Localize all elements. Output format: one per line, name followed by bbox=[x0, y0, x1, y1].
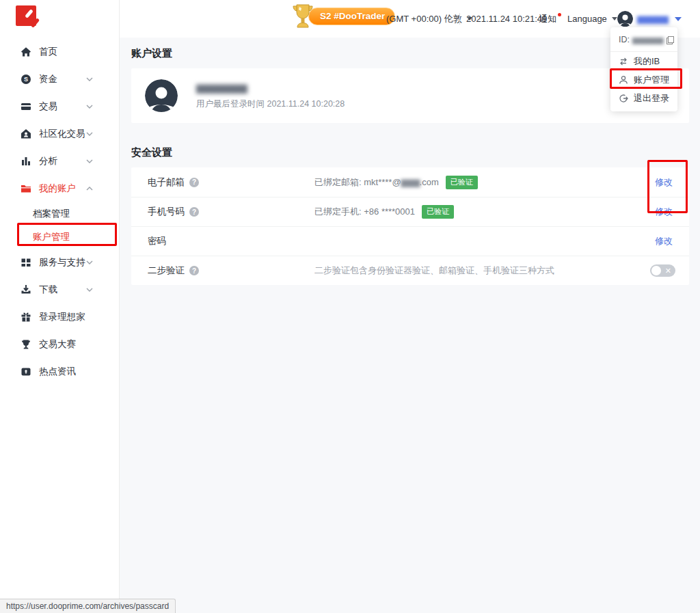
toggle-off-x-icon: ✕ bbox=[665, 265, 671, 276]
password-label: 密码 bbox=[148, 235, 166, 247]
user-id-masked: ▆▆▆▆▆▆ bbox=[632, 36, 663, 44]
sidebar-item-label: 登录理想家 bbox=[39, 311, 85, 323]
user-avatar[interactable] bbox=[617, 11, 633, 27]
security-card: 电子邮箱 ? 已绑定邮箱: mkt****@ ▆▆▆ .com 已验证 修改 手… bbox=[131, 167, 689, 285]
sidebar-item-community-trade[interactable]: 社区化交易 bbox=[0, 120, 119, 148]
logout-icon bbox=[619, 94, 628, 103]
gold-trophy-icon bbox=[291, 3, 315, 30]
news-pin-icon bbox=[21, 366, 31, 377]
email-value-suffix: .com bbox=[420, 177, 439, 187]
email-modify-link[interactable]: 修改 bbox=[655, 176, 673, 189]
phone-modify-link[interactable]: 修改 bbox=[655, 206, 673, 218]
sidebar-item-label: 服务与支持 bbox=[39, 256, 85, 269]
last-login-time: 用户最后登录时间 2021.11.24 10:20:28 bbox=[196, 98, 345, 110]
phone-label: 手机号码 bbox=[148, 206, 185, 218]
help-icon[interactable]: ? bbox=[189, 178, 199, 187]
chevron-down-icon bbox=[86, 260, 93, 264]
sidebar-item-label: 账户管理 bbox=[33, 231, 70, 243]
password-modify-link[interactable]: 修改 bbox=[655, 235, 673, 247]
password-label-wrap: 密码 bbox=[148, 235, 314, 247]
chevron-down-icon bbox=[86, 132, 93, 136]
link-preview-url: https://user.dooprime.com/archives/passc… bbox=[6, 601, 169, 611]
sidebar-item-label: 我的账户 bbox=[39, 182, 76, 195]
notifications-label: 通知 bbox=[539, 13, 556, 25]
menu-item-my-ib[interactable]: 我的IB bbox=[610, 52, 677, 70]
menu-item-logout[interactable]: 退出登录 bbox=[610, 89, 677, 107]
sidebar-item-my-account[interactable]: 我的账户 bbox=[0, 175, 119, 202]
sidebar-item-label: 档案管理 bbox=[33, 208, 70, 220]
svg-text:S: S bbox=[24, 76, 28, 83]
notifications-button[interactable]: 通知 bbox=[539, 0, 560, 38]
profile-name-masked: ▆▆▆▆▆▆▆ bbox=[196, 81, 345, 94]
phone-value: 已绑定手机: +86 ****0001 已验证 bbox=[314, 205, 454, 219]
email-value: 已绑定邮箱: mkt****@ ▆▆▆ .com 已验证 bbox=[314, 176, 478, 189]
contest-badge[interactable]: S2 #DooTrader bbox=[291, 3, 395, 30]
sidebar-item-trade[interactable]: 交易 bbox=[0, 93, 119, 120]
trophy-icon bbox=[21, 339, 31, 350]
bar-chart-icon bbox=[21, 156, 31, 167]
sidebar-nav: 首页 S 资金 交易 社区化交易 分析 bbox=[0, 38, 119, 385]
user-id-row: ID: ▆▆▆▆▆▆ bbox=[610, 27, 677, 52]
profile-card: ▆▆▆▆▆▆▆ 用户最后登录时间 2021.11.24 10:20:28 bbox=[131, 68, 689, 123]
sidebar-item-label: 热点资讯 bbox=[39, 366, 76, 378]
account-settings-title: 账户设置 bbox=[131, 47, 689, 60]
sidebar-item-label: 资金 bbox=[39, 73, 57, 85]
help-icon[interactable]: ? bbox=[189, 207, 199, 217]
gift-icon bbox=[21, 312, 31, 323]
browser-link-preview: https://user.dooprime.com/archives/passc… bbox=[0, 599, 176, 613]
profile-avatar bbox=[145, 79, 178, 112]
sidebar-item-services-support[interactable]: 服务与支持 bbox=[0, 249, 119, 276]
sidebar-item-label: 交易大赛 bbox=[39, 338, 76, 351]
email-domain-masked: ▆▆▆ bbox=[401, 177, 420, 187]
verified-badge: 已验证 bbox=[446, 176, 478, 189]
chevron-up-icon bbox=[86, 187, 93, 191]
help-icon[interactable]: ? bbox=[189, 266, 199, 275]
dooprime-logo[interactable] bbox=[16, 5, 44, 33]
security-row-email: 电子邮箱 ? 已绑定邮箱: mkt****@ ▆▆▆ .com 已验证 修改 bbox=[131, 167, 689, 197]
sidebar-item-label: 社区化交易 bbox=[39, 128, 85, 140]
sidebar-item-analysis[interactable]: 分析 bbox=[0, 148, 119, 175]
sidebar-item-hot-news[interactable]: 热点资讯 bbox=[0, 358, 119, 385]
verified-badge: 已验证 bbox=[422, 205, 454, 219]
twofa-toggle[interactable]: ✕ bbox=[650, 264, 675, 277]
twofa-label-wrap: 二步验证 ? bbox=[148, 264, 314, 277]
swap-arrows-icon bbox=[619, 57, 628, 66]
contest-badge-label: S2 #DooTrader bbox=[308, 8, 395, 25]
sidebar-item-label: 下载 bbox=[39, 284, 57, 296]
user-dropdown-menu: ID: ▆▆▆▆▆▆ 我的IB 账户管理 退出登录 bbox=[610, 27, 677, 111]
sidebar-item-label: 交易 bbox=[39, 100, 57, 113]
community-home-icon bbox=[21, 128, 31, 139]
language-label: Language bbox=[567, 14, 607, 24]
sidebar-item-archives[interactable]: 档案管理 bbox=[0, 202, 119, 226]
security-row-2fa: 二步验证 ? 二步验证包含身份验证器验证、邮箱验证、手机验证三种方式 ✕ bbox=[131, 256, 689, 285]
server-datetime: 2021.11.24 10:21:49 bbox=[466, 0, 547, 38]
sidebar-item-trading-contest[interactable]: 交易大赛 bbox=[0, 331, 119, 358]
user-id-label: ID: bbox=[619, 35, 630, 44]
security-row-password: 密码 修改 bbox=[131, 226, 689, 256]
menu-item-label: 退出登录 bbox=[634, 92, 669, 105]
phone-label-wrap: 手机号码 ? bbox=[148, 206, 314, 218]
email-label-wrap: 电子邮箱 ? bbox=[148, 176, 314, 189]
header-divider bbox=[459, 13, 460, 25]
folder-icon bbox=[21, 183, 31, 194]
home-icon bbox=[21, 46, 31, 57]
menu-item-label: 账户管理 bbox=[634, 74, 669, 86]
wallet-icon bbox=[21, 101, 31, 112]
person-icon bbox=[619, 75, 628, 85]
user-menu-chevron-icon[interactable] bbox=[675, 17, 682, 21]
sidebar-item-ideal-home[interactable]: 登录理想家 bbox=[0, 303, 119, 331]
security-settings-title: 安全设置 bbox=[131, 146, 689, 159]
menu-item-account-management[interactable]: 账户管理 bbox=[610, 70, 677, 89]
sidebar-item-download[interactable]: 下载 bbox=[0, 276, 119, 303]
chevron-down-icon bbox=[86, 288, 93, 292]
sidebar-item-account-management[interactable]: 账户管理 bbox=[0, 226, 119, 249]
sidebar-item-label: 首页 bbox=[39, 46, 57, 58]
sidebar-item-home[interactable]: 首页 bbox=[0, 38, 119, 66]
language-selector[interactable]: Language bbox=[567, 0, 617, 38]
copy-icon[interactable] bbox=[667, 36, 673, 44]
sidebar: 首页 S 资金 交易 社区化交易 分析 bbox=[0, 0, 120, 613]
sidebar-item-funds[interactable]: S 资金 bbox=[0, 66, 119, 93]
security-row-phone: 手机号码 ? 已绑定手机: +86 ****0001 已验证 修改 bbox=[131, 197, 689, 226]
twofa-description: 二步验证包含身份验证器验证、邮箱验证、手机验证三种方式 bbox=[314, 264, 554, 277]
twofa-label: 二步验证 bbox=[148, 264, 185, 277]
